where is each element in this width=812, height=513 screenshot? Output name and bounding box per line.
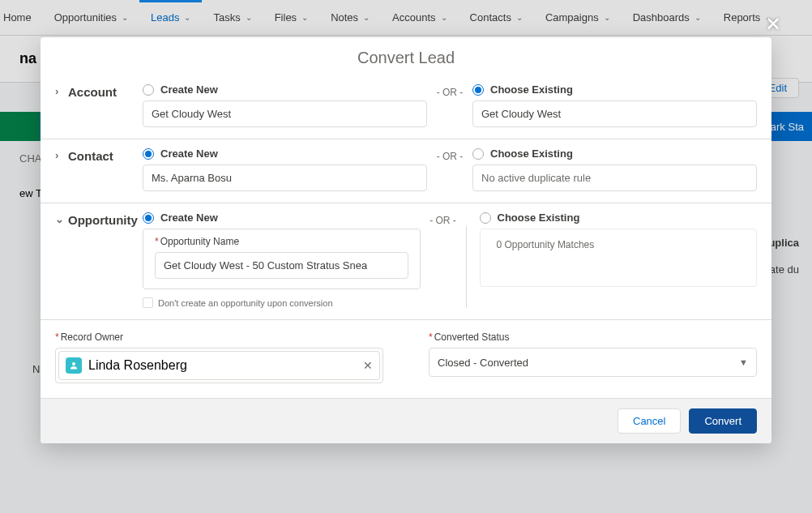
- account-choose-input[interactable]: [472, 100, 757, 127]
- opp-matches-box: 0 Opportunity Matches: [480, 229, 758, 287]
- account-label[interactable]: › Account: [55, 83, 143, 127]
- record-owner-name: Linda Rosenberg: [88, 358, 187, 373]
- account-create-new-radio[interactable]: Create New: [143, 83, 427, 96]
- modal-footer: Cancel Convert: [41, 398, 771, 443]
- convert-button[interactable]: Convert: [689, 408, 757, 434]
- chevron-down-icon: ▼: [739, 357, 748, 367]
- or-separator: - OR -: [427, 147, 472, 191]
- lower-fields: *Record Owner Linda Rosenberg ✕ *Convert…: [41, 319, 771, 398]
- contact-create-new-radio[interactable]: Create New: [143, 147, 427, 160]
- opp-choose-existing-radio[interactable]: Choose Existing: [480, 212, 758, 224]
- close-icon[interactable]: ✕: [765, 13, 781, 36]
- radio-icon: [472, 84, 484, 96]
- chevron-down-icon[interactable]: ⌄: [55, 213, 68, 225]
- contact-choose-input[interactable]: No active duplicate rule: [472, 165, 757, 191]
- contact-create-input[interactable]: [143, 165, 427, 191]
- converted-status-label: *Converted Status: [429, 331, 757, 343]
- radio-icon: [143, 148, 154, 160]
- opportunity-section: ⌄ Opportunity Create New *Opportunity Na…: [41, 203, 771, 319]
- chevron-right-icon[interactable]: ›: [55, 85, 68, 97]
- or-separator: - OR -: [421, 212, 466, 308]
- modal-title: Convert Lead: [41, 37, 771, 75]
- clear-owner-icon[interactable]: ✕: [363, 359, 373, 372]
- cancel-button[interactable]: Cancel: [618, 408, 681, 434]
- radio-icon: [143, 84, 154, 96]
- checkbox-icon: [143, 297, 153, 308]
- contact-section: › Contact Create New - OR - Choose Exist…: [41, 139, 771, 203]
- opportunity-label[interactable]: ⌄ Opportunity: [55, 212, 143, 227]
- account-create-input[interactable]: [143, 100, 427, 127]
- radio-icon: [472, 148, 484, 160]
- convert-lead-modal: ✕ Convert Lead › Account Create New - OR…: [41, 37, 771, 443]
- chevron-right-icon[interactable]: ›: [55, 149, 68, 161]
- account-choose-existing-radio[interactable]: Choose Existing: [472, 83, 757, 96]
- opp-create-box: *Opportunity Name: [143, 229, 421, 289]
- converted-status-select[interactable]: Closed - Converted ▼: [429, 348, 757, 377]
- radio-icon: [480, 212, 491, 224]
- radio-icon: [143, 212, 154, 224]
- account-section: › Account Create New - OR - Choose Exist…: [41, 75, 771, 139]
- contact-label[interactable]: › Contact: [55, 147, 143, 191]
- dont-create-opp-checkbox[interactable]: Don't create an opportunity upon convers…: [143, 297, 421, 308]
- contact-choose-existing-radio[interactable]: Choose Existing: [472, 147, 757, 160]
- opp-create-new-radio[interactable]: Create New: [143, 212, 421, 224]
- avatar-icon: [66, 357, 82, 374]
- or-separator: - OR -: [427, 83, 472, 127]
- record-owner-pill[interactable]: Linda Rosenberg ✕: [58, 351, 380, 380]
- svg-point-0: [72, 362, 75, 366]
- opportunity-name-input[interactable]: [155, 252, 408, 279]
- opp-matches-count: 0 Opportunity Matches: [492, 236, 746, 254]
- record-owner-label: *Record Owner: [55, 331, 383, 343]
